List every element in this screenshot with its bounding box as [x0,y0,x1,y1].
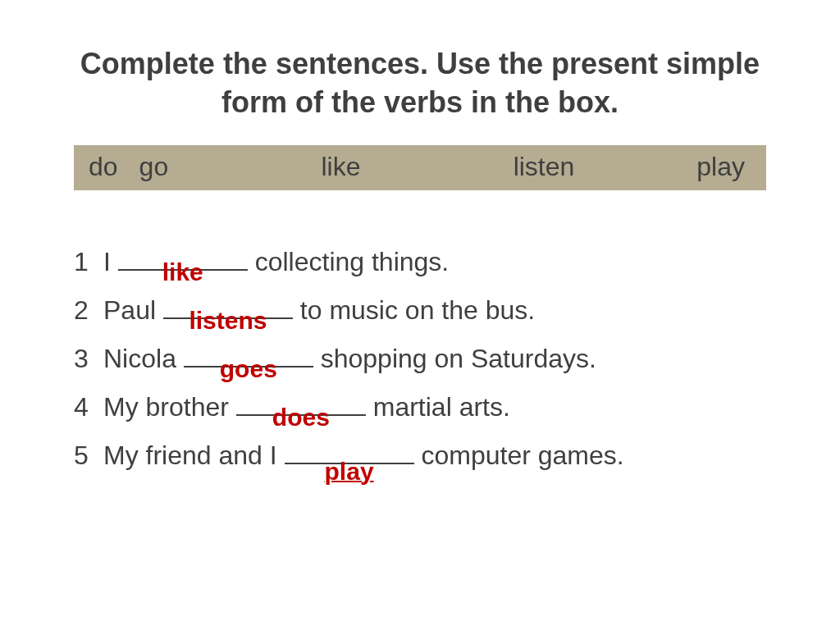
sentence-text-after: shopping on Saturdays. [313,344,596,373]
blank: play [285,438,414,464]
sentence-text-after: martial arts. [366,392,510,422]
sentence-text-after: to music on the bus. [293,295,535,325]
sentence-number: 3 [74,335,103,383]
verb-option: like [321,152,360,182]
sentence-text-before: Paul [103,295,163,325]
verb-box: do go like listen play [74,145,766,190]
sentence-number: 1 [74,238,103,286]
sentence-item: 3Nicola goes shopping on Saturdays. [74,335,766,383]
blank: listens [163,293,293,319]
verb-option: do [89,152,139,182]
sentence-text-after: collecting things. [248,247,449,276]
sentence-text-before: Nicola [103,344,184,373]
sentence-item: 4My brother does martial arts. [74,383,766,431]
exercise-title: Complete the sentences. Use the present … [74,45,766,122]
sentence-text-before: I [103,247,118,276]
sentence-item: 5My friend and I play computer games. [74,431,766,480]
sentence-number: 4 [74,383,103,431]
answer: play [325,449,374,495]
sentence-number: 5 [74,431,103,480]
verb-option: listen [514,152,575,182]
sentence-text-before: My brother [103,392,236,422]
blank: goes [184,341,313,368]
blank: like [118,244,248,271]
sentence-list: 1I like collecting things. 2Paul listens… [74,238,766,481]
sentence-item: 1I like collecting things. [74,238,766,286]
blank: does [236,390,366,416]
sentence-item: 2Paul listens to music on the bus. [74,286,766,335]
sentence-text-after: computer games. [414,441,624,470]
verb-option: play [696,152,751,182]
sentence-text-before: My friend and I [103,441,285,470]
sentence-number: 2 [74,286,103,335]
verb-option: go [139,152,169,182]
